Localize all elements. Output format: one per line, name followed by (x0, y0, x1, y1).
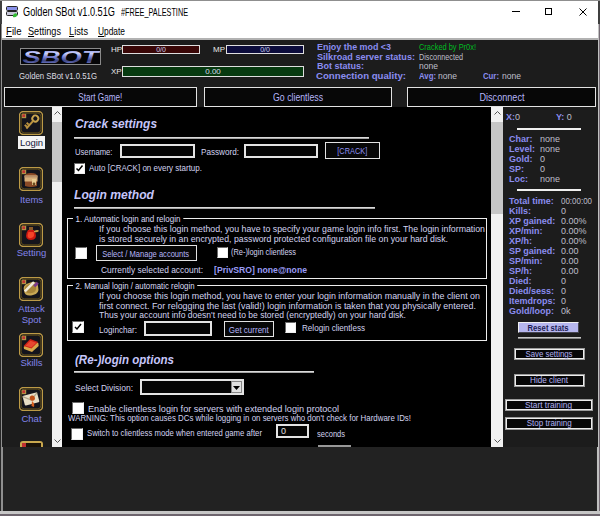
svg-text:SBOT: SBOT (23, 49, 101, 64)
